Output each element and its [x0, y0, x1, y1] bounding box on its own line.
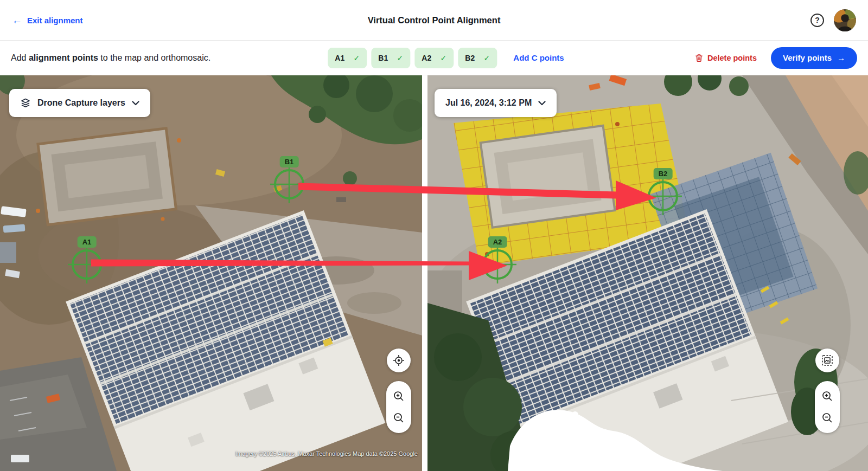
satellite-imagery	[0, 75, 422, 471]
locate-button[interactable]	[387, 349, 411, 372]
right-map-pane[interactable]: Jul 16, 2024, 3:12 PM A2 B2	[427, 75, 868, 471]
point-chips: A1 ✓ B1 ✓ A2 ✓ B2 ✓	[328, 48, 497, 68]
check-icon: ✓	[441, 54, 447, 62]
check-icon: ✓	[354, 54, 360, 62]
layers-icon	[20, 98, 31, 108]
capture-date-label: Jul 16, 2024, 3:12 PM	[445, 98, 532, 108]
image-fit-icon	[821, 354, 833, 366]
instruction-suffix: to the map and orthomosaic.	[98, 53, 210, 62]
control-point-label: B2	[654, 168, 673, 179]
zoom-out-button[interactable]	[389, 408, 409, 428]
chip-label: B2	[465, 54, 475, 62]
alignment-toolbar: Add alignment points to the map and orth…	[0, 41, 868, 75]
verify-points-label: Verify points	[783, 53, 832, 62]
zoom-controls	[386, 381, 411, 433]
zoom-in-icon	[821, 390, 833, 402]
zoom-in-button[interactable]	[818, 386, 837, 406]
zoom-in-icon	[393, 390, 405, 402]
crosshair-marker-icon	[269, 164, 310, 205]
point-chip-a2[interactable]: A2 ✓	[414, 48, 454, 68]
instruction-prefix: Add	[11, 53, 29, 62]
map-attribution: Imagery ©2025 Airbus, Maxar Technologies…	[235, 450, 418, 457]
crosshair-marker-icon	[477, 244, 518, 285]
zoom-out-icon	[821, 412, 833, 424]
arrow-right-icon: →	[837, 53, 845, 62]
page-title: Virtual Control Point Alignment	[368, 15, 501, 25]
control-point-A1[interactable]: A1	[66, 244, 107, 285]
zoom-out-icon	[393, 412, 405, 424]
back-arrow-icon: ←	[12, 15, 22, 25]
layers-button-label: Drone Capture layers	[37, 98, 125, 108]
chevron-down-icon	[132, 101, 139, 106]
crosshair-marker-icon	[642, 176, 684, 217]
control-point-B2[interactable]: B2	[642, 176, 684, 217]
check-icon: ✓	[397, 54, 404, 62]
zoom-out-button[interactable]	[818, 408, 837, 428]
fit-view-button[interactable]	[815, 349, 839, 372]
chip-label: A2	[422, 54, 431, 62]
control-point-label: B1	[280, 156, 299, 167]
control-point-label: A1	[78, 236, 97, 248]
chip-label: A1	[335, 54, 344, 62]
maps-container: Drone Capture layers A1 B1	[0, 75, 868, 471]
instruction-bold: alignment points	[29, 53, 98, 62]
exit-alignment-link[interactable]: ← Exit alignment	[12, 15, 83, 25]
control-point-A2[interactable]: A2	[477, 244, 518, 285]
verify-points-button[interactable]: Verify points →	[771, 47, 857, 69]
top-bar: ← Exit alignment Virtual Control Point A…	[0, 0, 868, 41]
avatar-photo	[834, 9, 856, 31]
crosshair-marker-icon	[66, 244, 107, 285]
chevron-down-icon	[538, 101, 546, 106]
control-point-label: A2	[488, 236, 507, 248]
capture-date-button[interactable]: Jul 16, 2024, 3:12 PM	[435, 89, 557, 117]
trash-icon	[695, 54, 703, 62]
user-avatar[interactable]	[834, 9, 856, 31]
point-chip-b2[interactable]: B2 ✓	[458, 48, 497, 68]
delete-points-button[interactable]: Delete points	[695, 54, 757, 62]
question-mark-icon: ?	[815, 16, 820, 24]
zoom-controls	[815, 381, 840, 433]
help-button[interactable]: ?	[810, 14, 824, 27]
control-point-B1[interactable]: B1	[269, 164, 310, 205]
crosshair-locate-icon	[393, 354, 405, 366]
check-icon: ✓	[484, 54, 490, 62]
add-c-points-link[interactable]: Add C points	[513, 53, 564, 62]
point-chip-b1[interactable]: B1 ✓	[371, 48, 410, 68]
exit-alignment-label: Exit alignment	[27, 16, 83, 25]
chip-label: B1	[378, 54, 388, 62]
left-map-pane[interactable]: Drone Capture layers A1 B1	[0, 75, 422, 471]
zoom-in-button[interactable]	[389, 386, 409, 406]
point-chip-a1[interactable]: A1 ✓	[328, 48, 367, 68]
drone-capture-layers-button[interactable]: Drone Capture layers	[9, 89, 150, 117]
instruction-text: Add alignment points to the map and orth…	[11, 53, 210, 63]
delete-points-label: Delete points	[707, 54, 757, 62]
